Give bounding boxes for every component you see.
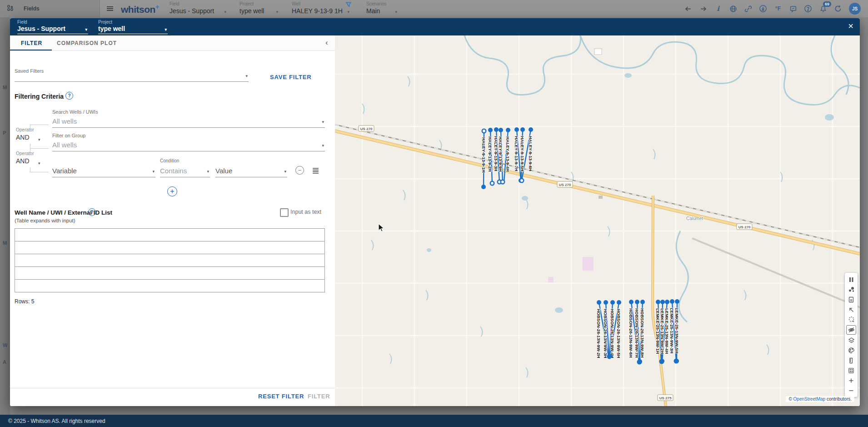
select-arrow-button[interactable] [847,305,856,314]
hide-wells-button[interactable] [846,325,856,335]
field-selector-value: Jesus - Support [170,7,226,15]
landuse-areas [548,49,603,282]
well-surface-marker [488,128,493,132]
map-style-button[interactable] [847,346,856,355]
condition-select[interactable]: Contains ▾ [160,163,210,177]
operator-2-value: AND [16,157,34,165]
project-selector[interactable]: Project type well ▾ [239,1,278,17]
collapse-panel-icon[interactable]: ‹ [325,38,328,47]
well-bottom-marker [520,179,524,182]
filter-on-group-input[interactable]: All wells ▾ [52,137,325,151]
hamburger-menu-icon[interactable] [106,5,114,13]
modal-project-label: Project [98,20,168,25]
page-footer: © 2025 - Whitson AS. All rights reserved [0,415,868,427]
chevron-down-icon: ▾ [85,27,87,32]
measure-button[interactable] [847,356,856,365]
well-label: HALEY-9-13-9-7H [514,136,519,171]
back-button[interactable] [684,5,692,13]
nav-fields-item[interactable]: Fields [24,5,40,12]
modal-field-dropdown[interactable]: Field Jesus - Support▾ [17,20,88,34]
well-markers[interactable]: HALEY-9-13-9-1HHALEY-9-13-9-2HHALEY-9-13… [481,127,679,364]
help-button[interactable] [804,5,812,13]
cluster-button[interactable] [847,366,856,375]
tab-filter[interactable]: FILTER [21,40,42,46]
lasso-select-button[interactable] [847,315,856,324]
layers-button[interactable] [847,336,856,345]
link-button[interactable] [744,5,752,13]
well-label: HOBSON-26-13N-9W-8H [640,308,645,358]
table-row[interactable] [15,280,324,292]
sidebar-item-partial: M [3,240,7,246]
table-row[interactable] [15,241,324,254]
scenarios-selector[interactable]: Scenarios Main ▾ [366,1,394,17]
user-avatar[interactable]: JS [849,3,861,15]
info-button[interactable]: i [714,5,722,13]
map-canvas[interactable]: Calumet US 270US 270US 270US 275 HALEY-9… [335,35,860,406]
feedback-button[interactable] [789,5,797,13]
well-surface-marker [604,300,608,305]
chevron-down-icon: ▾ [395,10,397,14]
refresh-button[interactable] [834,5,842,13]
reset-filter-button[interactable]: RESET FILTER [258,393,304,400]
globe-button[interactable] [729,5,737,13]
map-drawing: Calumet US 270US 270US 270US 275 HALEY-9… [335,35,860,406]
zoom-out-button[interactable] [847,386,856,395]
filtering-criteria-help-icon[interactable]: ? [65,92,73,100]
save-filter-button[interactable]: SAVE FILTER [270,74,311,80]
ponds [427,73,834,313]
table-row[interactable] [15,229,324,241]
notifications-button[interactable]: 69 [819,5,827,13]
operator-1-select[interactable]: Operator AND [16,127,34,141]
well-surface-marker [610,300,615,305]
well-filter-funnel-icon[interactable] [345,1,352,8]
scenarios-selector-value: Main [366,7,394,15]
bubble-map-button[interactable] [847,285,856,294]
well-bottom-marker [501,180,504,184]
chevron-down-icon: ▾ [284,169,286,174]
chevron-down-icon: ▾ [207,169,209,174]
active-tab-indicator [10,50,52,50]
well-selector[interactable]: Well HALEY 9-13-9 1H ▾ [292,1,347,17]
chevron-down-icon: ▾ [245,74,248,78]
field-selector[interactable]: Field Jesus - Support ▾ [170,1,226,17]
input-as-text-label: Input as text [290,209,321,215]
rows-count: Rows: 5 [15,298,34,305]
zoom-in-button[interactable] [847,376,856,385]
temperature-unit-button[interactable]: °F [774,5,782,13]
well-label: HOBSON-26-13N-9W-5H [616,309,621,358]
forward-button[interactable] [699,5,707,13]
sidebar-partial: MPMWA [0,17,10,415]
remove-condition-icon[interactable]: − [295,166,304,175]
table-row[interactable] [15,267,324,280]
table-row[interactable] [15,254,324,267]
svg-text:US 270: US 270 [738,225,751,229]
condition-menu-icon[interactable] [312,166,319,174]
operator-2-label: Operator [16,151,34,156]
tab-comparison-plot[interactable]: COMPARISON PLOT [57,40,117,46]
well-label: HOBSON-26-13N-9W-3H [603,309,608,358]
apps-grid-icon[interactable] [6,4,15,12]
value-select[interactable]: Value ▾ [215,163,287,177]
well-list-help-icon[interactable]: ? [88,208,96,216]
report-button[interactable] [847,295,856,304]
saved-filters-select[interactable]: ▾ [15,67,249,82]
close-icon[interactable]: × [848,21,853,30]
search-wells-input[interactable]: All wells ▾ [52,114,325,128]
openstreetmap-link[interactable]: OpenStreetMap [793,397,826,402]
scenarios-selector-label: Scenarios [366,1,394,6]
well-bottom-marker [674,359,679,363]
variable-select[interactable]: Variable ▾ [52,163,155,177]
top-nav-left: Fields [0,0,100,17]
input-as-text-checkbox[interactable] [280,208,289,217]
well-bottom-marker [608,354,612,358]
well-label: LEMKE-25-13N-9W-4H [664,308,669,354]
filter-button[interactable]: FILTER [308,393,330,400]
add-condition-icon[interactable]: + [167,186,177,196]
mouse-cursor [379,224,384,231]
operator-2-select[interactable]: Operator AND [16,151,34,165]
pause-button[interactable] [847,275,856,284]
download-button[interactable] [759,5,767,13]
modal-project-dropdown[interactable]: Project type well▾ [98,20,168,34]
chevron-down-icon: ▾ [165,27,167,32]
well-label: HOBSON-26-13N-9W-7H [634,308,639,358]
